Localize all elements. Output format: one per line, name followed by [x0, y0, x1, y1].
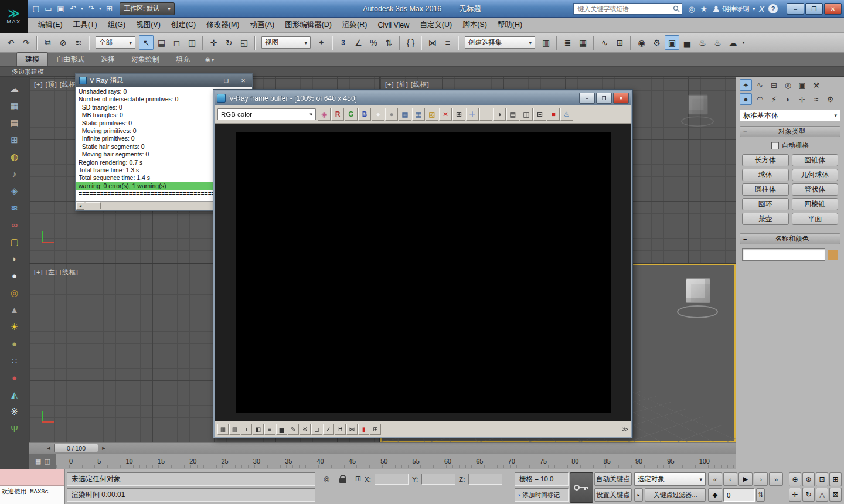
- toolbar-icon[interactable]: [593, 36, 594, 50]
- save-file-icon[interactable]: ▣: [55, 3, 66, 15]
- x-coordinate-field[interactable]: [375, 474, 409, 485]
- set-keys-button[interactable]: [570, 472, 593, 503]
- menu-item[interactable]: 创建(C): [166, 18, 201, 32]
- gizmo-icon[interactable]: ◈: [7, 185, 22, 197]
- go-to-start-button[interactable]: «: [708, 472, 722, 486]
- frame-spinner-icon[interactable]: ⇅: [756, 488, 765, 502]
- key-filters-button[interactable]: 关键点过滤器...: [645, 488, 706, 502]
- ribbon-config-icon[interactable]: ◉: [205, 56, 214, 63]
- alpha-channel-icon[interactable]: ●: [385, 108, 398, 121]
- motion-tab-icon[interactable]: ◎: [782, 79, 794, 91]
- menu-item[interactable]: 脚本(S): [457, 18, 492, 32]
- cone-icon[interactable]: ▲: [7, 304, 22, 316]
- plane-icon[interactable]: ▢: [7, 236, 22, 248]
- ribbon-tab-selection[interactable]: 选择: [93, 53, 123, 66]
- ribbon-tab-freeform[interactable]: 自由形式: [48, 53, 93, 66]
- key-selection-dropdown[interactable]: 选定对象: [634, 472, 706, 486]
- cameras-category-icon[interactable]: ◗: [782, 93, 794, 105]
- orbit-icon[interactable]: ↻: [802, 488, 815, 502]
- compare-horizontal-icon[interactable]: ◫: [520, 108, 533, 121]
- pencil-icon[interactable]: ✎: [288, 424, 299, 435]
- rectangular-selection-icon[interactable]: ◻: [169, 35, 184, 50]
- listener-pane[interactable]: 欢迎使用 MAXSc: [0, 486, 64, 504]
- track-bar[interactable]: ▦◫ 0510152025303540455055606570758085909…: [29, 453, 736, 469]
- toolbar-icon[interactable]: [89, 36, 90, 50]
- menu-item[interactable]: 自定义(U): [414, 18, 457, 32]
- torus-button[interactable]: 圆环: [742, 198, 789, 210]
- toolbar-icon[interactable]: [630, 36, 631, 50]
- prism-icon[interactable]: ◭: [7, 389, 22, 401]
- maximize-button[interactable]: ❐: [805, 3, 823, 15]
- render-last-icon[interactable]: ♨: [560, 108, 573, 121]
- macro-recorder-pane[interactable]: [0, 469, 64, 486]
- select-by-name-icon[interactable]: ▤: [154, 35, 169, 50]
- fov-icon[interactable]: △: [816, 488, 828, 502]
- teapot-button[interactable]: 茶壶: [742, 213, 789, 225]
- undo-icon[interactable]: ↶: [67, 3, 79, 15]
- histogram-icon[interactable]: ▅: [276, 424, 287, 435]
- box-button[interactable]: 长方体: [742, 154, 789, 166]
- zoom-all-icon[interactable]: ⊛: [802, 472, 815, 486]
- compare-icon[interactable]: ⋈: [346, 424, 358, 435]
- play-button[interactable]: ▶: [738, 472, 753, 486]
- pixel-info-icon[interactable]: ▤: [506, 108, 519, 121]
- project-folder-icon[interactable]: ⊞: [104, 3, 115, 15]
- load-image-icon[interactable]: ▨: [426, 108, 438, 121]
- minimize-button[interactable]: –: [579, 93, 595, 104]
- ribbon-tab-object-paint[interactable]: 对象绘制: [123, 53, 168, 66]
- render-flyout-icon[interactable]: ▾: [741, 35, 746, 50]
- percent-snap-icon[interactable]: %: [366, 35, 381, 50]
- dough-icon[interactable]: ◗: [7, 253, 22, 265]
- audio-icon[interactable]: ♪: [7, 168, 22, 180]
- pyramid-button[interactable]: 四棱锥: [792, 198, 839, 210]
- track-mouse-icon[interactable]: ✛: [466, 108, 479, 121]
- spacewarps-category-icon[interactable]: ≈: [810, 93, 822, 105]
- absolute-mode-icon[interactable]: ⊞: [352, 473, 365, 485]
- y-coordinate-field[interactable]: [421, 474, 455, 485]
- ribbon-panel-label[interactable]: 多边形建模: [12, 67, 44, 76]
- set-key-button[interactable]: 设置关键点: [594, 488, 632, 502]
- render-iterative-icon[interactable]: ♨: [710, 35, 725, 50]
- previous-frame-arrow[interactable]: ◂: [45, 444, 53, 452]
- material-editor-icon[interactable]: ◉: [634, 35, 649, 50]
- hierarchy-tab-icon[interactable]: ⊟: [768, 79, 780, 91]
- mirror-icon[interactable]: ⋈: [425, 35, 440, 50]
- toolbar-icon[interactable]: [399, 36, 400, 50]
- angle-snap-icon[interactable]: ∠: [351, 35, 366, 50]
- workspace-dropdown[interactable]: 工作区: 默认: [120, 2, 175, 15]
- keyboard-override-icon[interactable]: { }: [403, 35, 418, 50]
- swatches-icon[interactable]: ◧: [253, 424, 264, 435]
- grid-helper-icon[interactable]: ⊞: [7, 134, 22, 146]
- ribbon-tab-populate[interactable]: 填充: [168, 53, 198, 66]
- named-selection-sets-dropdown[interactable]: 创建选择集: [465, 36, 535, 49]
- menu-item[interactable]: 动画(A): [244, 18, 280, 32]
- favorites-icon[interactable]: ★: [699, 5, 709, 13]
- red-bar-icon[interactable]: ▮: [358, 424, 369, 435]
- green-channel-button[interactable]: G: [345, 108, 358, 121]
- zoom-extents-icon[interactable]: ⊡: [816, 472, 828, 486]
- render-histogram-icon[interactable]: ▅: [680, 35, 695, 50]
- object-color-swatch[interactable]: [828, 250, 838, 260]
- toolbar-icon[interactable]: [556, 36, 557, 50]
- ribbon-tab-modeling[interactable]: 建模: [16, 52, 48, 66]
- grid-icon[interactable]: ⊞: [370, 424, 381, 435]
- viewcube[interactable]: [676, 276, 719, 319]
- helpers-category-icon[interactable]: ⊹: [796, 93, 808, 105]
- bind-to-space-warp-icon[interactable]: ≋: [71, 35, 86, 50]
- cone-button[interactable]: 圆锥体: [792, 154, 839, 166]
- mini-curve-editor-icon[interactable]: ▦: [35, 458, 41, 465]
- undo-icon[interactable]: ↶: [4, 35, 18, 50]
- modify-tab-icon[interactable]: ∿: [754, 79, 766, 91]
- key-filter-mini-button[interactable]: ▸: [634, 488, 643, 502]
- geometry-category-icon[interactable]: ●: [740, 93, 752, 105]
- current-frame-field[interactable]: 0: [723, 488, 755, 502]
- olive-sphere-icon[interactable]: ●: [7, 338, 22, 350]
- time-slider[interactable]: ◂ 0 / 100 ▸: [29, 442, 736, 453]
- schematic-view-icon[interactable]: ⊞: [612, 35, 627, 50]
- viewport-left-label[interactable]: [+] [左] [线框]: [34, 268, 79, 277]
- plane-button[interactable]: 平面: [792, 213, 839, 225]
- redo-icon[interactable]: ↷: [86, 3, 97, 15]
- zoom-icon[interactable]: ⊕: [789, 472, 801, 486]
- menu-item[interactable]: 工具(T): [68, 18, 103, 32]
- vray-messages-titlebar[interactable]: V-Ray 消息 –❐✕: [76, 74, 252, 87]
